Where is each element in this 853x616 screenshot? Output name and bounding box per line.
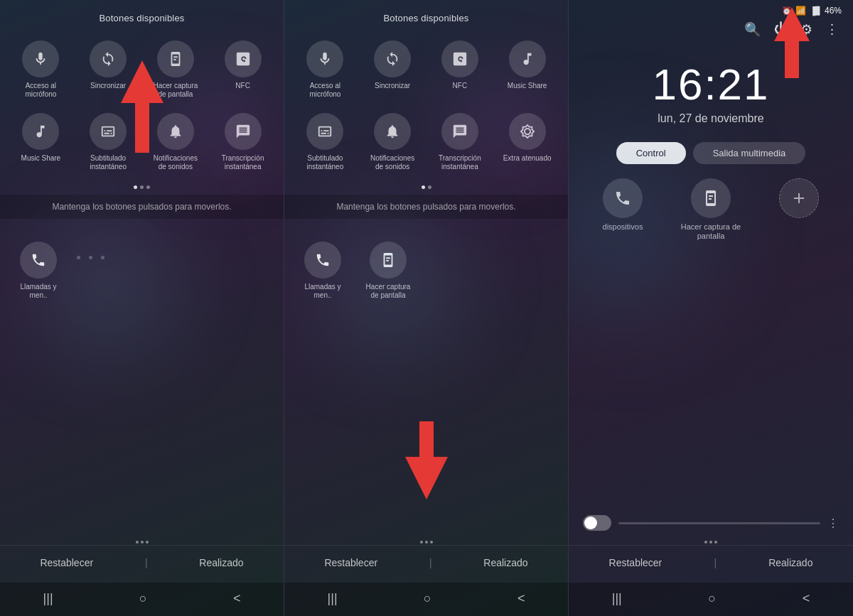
panel2-header: Botones disponibles (284, 0, 568, 29)
panel1-back-icon[interactable]: < (233, 591, 241, 606)
tile-add-circle[interactable] (779, 178, 819, 218)
panel3-bottom-bar: Restablecer | Realizado (569, 545, 853, 583)
three-dot1 (136, 541, 139, 544)
btn-music-share2[interactable]: Music Share (495, 35, 559, 104)
panel3-top-icons: 🔍 ⏻ ⚙ ⋮ (569, 18, 853, 38)
clock-display: 16:21 (569, 59, 853, 109)
panel1-bottom-bar: Restablecer | Realizado (0, 545, 284, 583)
btn-screenshot-circle[interactable] (157, 40, 194, 77)
btn-subtitles-label: Subtitulado instantáneo (82, 154, 134, 171)
brightness-bar[interactable] (618, 522, 820, 524)
spacer-dot2 (89, 256, 92, 259)
p2-three-dot3 (430, 541, 433, 544)
btn-notif-sounds[interactable]: Notificaciones de sonidos (360, 107, 425, 177)
btn-calls2-active[interactable]: Llamadas y men.. (296, 236, 350, 306)
panel3-home-icon[interactable]: ○ (708, 591, 716, 606)
panel3-divider: | (714, 557, 717, 568)
panel1-done-btn[interactable]: Realizado (193, 554, 249, 571)
btn-transcription2[interactable]: Transcripción instantánea (428, 107, 493, 177)
spacer-dot1 (77, 256, 80, 259)
btn-sync[interactable]: Sincronizar (76, 35, 141, 104)
panel3-tabs: Control Salida multimedia (569, 131, 853, 170)
wifi-icon: 📶 (795, 6, 806, 16)
panel3-done-btn[interactable]: Realizado (763, 554, 818, 571)
btn-notif-mute[interactable]: Notificaciones de sonidos (144, 107, 208, 177)
panel2-done-btn[interactable]: Realizado (478, 554, 533, 571)
btn-transcription-circle[interactable] (225, 113, 262, 150)
btn-calls2-circle[interactable] (304, 242, 341, 279)
btn-calls-circle[interactable] (20, 242, 57, 279)
btn-nfc2-circle[interactable] (441, 40, 478, 77)
more-icon[interactable]: ⋮ (825, 21, 839, 38)
btn-mic2[interactable]: Acceso al micrófono (293, 35, 358, 104)
panel1-dots (0, 183, 284, 192)
btn-nfc2-label: NFC (453, 82, 468, 90)
btn-music-share2-circle[interactable] (509, 40, 546, 77)
btn-nfc[interactable]: NFC (210, 35, 275, 104)
btn-extra-dim-label: Extra atenuado (503, 154, 552, 163)
tile-calls-label: dispositivos (603, 222, 643, 232)
btn-subtitles2-label: Subtitulado instantáneo (299, 154, 350, 171)
btn-sync2[interactable]: Sincronizar (360, 35, 425, 104)
btn-mic2-circle[interactable] (306, 40, 343, 77)
panel3-reset-btn[interactable]: Restablecer (603, 554, 668, 571)
btn-music-share2-label: Music Share (508, 82, 547, 90)
panel2-recent-icon[interactable]: ||| (328, 591, 338, 606)
panel2-three-dots (284, 539, 568, 545)
btn-screenshot2-active[interactable]: Hacer captura de pantalla (361, 236, 415, 306)
btn-screenshot2-circle[interactable] (370, 242, 407, 279)
p2-three-dot1 (420, 541, 423, 544)
btn-screenshot2-label: Hacer captura de pantalla (363, 283, 414, 300)
btn-extra-dim[interactable]: Extra atenuado (495, 107, 559, 177)
btn-music-circle[interactable] (22, 113, 59, 150)
panel1-active-section: Llamadas y men.. (0, 222, 284, 320)
panel3-recent-icon[interactable]: ||| (612, 591, 622, 606)
p3-three-dot3 (714, 541, 717, 544)
panel1-header: Botones disponibles (0, 0, 284, 29)
p3-three-dot1 (704, 541, 707, 544)
btn-mic-label: Acceso al micrófono (15, 82, 66, 99)
btn-subtitles[interactable]: Subtitulado instantáneo (76, 107, 141, 177)
btn-notif-mute-circle[interactable] (157, 113, 194, 150)
dot3 (146, 185, 150, 189)
panel1-active-row: Llamadas y men.. (11, 230, 272, 311)
panel3-back-icon[interactable]: < (803, 591, 810, 606)
btn-subtitles-circle[interactable] (90, 113, 127, 150)
panel1-recent-icon[interactable]: ||| (43, 591, 53, 606)
panel2-reset-btn[interactable]: Restablecer (318, 554, 383, 571)
panel1-home-icon[interactable]: ○ (139, 591, 147, 606)
brightness-toggle[interactable] (583, 515, 611, 531)
tile-calls-circle[interactable] (603, 178, 643, 218)
btn-transcription2-circle[interactable] (441, 113, 478, 150)
panel2-bottom-bar: Restablecer | Realizado (284, 545, 568, 583)
btn-sync-circle[interactable] (90, 40, 127, 77)
btn-extra-dim-circle[interactable] (509, 113, 546, 150)
btn-transcription[interactable]: Transcripción instantánea (210, 107, 275, 177)
dot2 (140, 185, 144, 189)
btn-subtitles2[interactable]: Subtitulado instantáneo (293, 107, 358, 177)
btn-mic-circle[interactable] (22, 40, 59, 77)
tab-media[interactable]: Salida multimedia (693, 142, 806, 164)
btn-subtitles2-circle[interactable] (306, 113, 343, 150)
btn-sync2-circle[interactable] (374, 40, 411, 77)
brightness-more-icon[interactable]: ⋮ (827, 517, 839, 530)
btn-nfc2[interactable]: NFC (428, 35, 493, 104)
tile-screenshot3-circle[interactable] (691, 178, 731, 218)
p3-three-dot2 (709, 541, 712, 544)
tab-control[interactable]: Control (616, 142, 686, 164)
panel2-back-icon[interactable]: < (517, 591, 525, 606)
btn-nfc-circle[interactable] (225, 40, 262, 77)
btn-transcription-label: Transcripción instantánea (218, 154, 269, 171)
settings-icon[interactable]: ⚙ (800, 21, 812, 38)
btn-mic[interactable]: Acceso al micrófono (9, 35, 73, 104)
btn-music-share[interactable]: Music Share (9, 107, 73, 177)
search-icon[interactable]: 🔍 (744, 21, 761, 38)
panel1-reset-btn[interactable]: Restablecer (34, 554, 99, 571)
btn-screenshot[interactable]: Hacer captura de pantalla (144, 35, 208, 104)
panel2-home-icon[interactable]: ○ (424, 591, 431, 606)
btn-calls-active[interactable]: Llamadas y men.. (11, 236, 65, 306)
btn-notif-sounds-circle[interactable] (374, 113, 411, 150)
panel1-hint: Mantenga los botones pulsados para mover… (0, 195, 284, 219)
btn-music-share-label: Music Share (21, 154, 61, 163)
power-icon[interactable]: ⏻ (774, 21, 788, 38)
